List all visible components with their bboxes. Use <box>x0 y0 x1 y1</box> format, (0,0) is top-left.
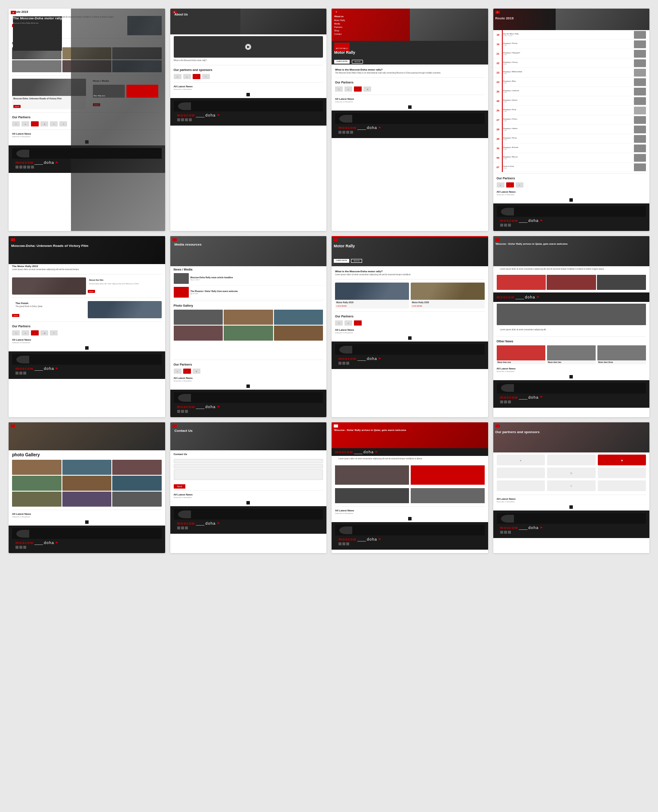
nav-s3[interactable] <box>346 131 349 134</box>
ms3[interactable] <box>185 410 188 413</box>
nv2s3[interactable] <box>346 542 349 545</box>
nav-contact[interactable]: Contact <box>334 33 345 35</box>
nav-s1[interactable] <box>338 131 341 134</box>
nav-logo-d: doha <box>367 126 377 130</box>
arrs2[interactable] <box>504 400 507 403</box>
ms1[interactable] <box>177 410 180 413</box>
about-social-2[interactable] <box>181 118 184 121</box>
cts1[interactable] <box>177 526 180 529</box>
nav-motor-rally[interactable]: Motor Rally <box>334 19 345 22</box>
motor-2019-card[interactable]: Motor Rally 2019 LOOK MORE <box>335 283 409 308</box>
g4[interactable] <box>12 476 61 491</box>
g5[interactable] <box>62 476 112 491</box>
fs3[interactable] <box>23 372 26 375</box>
motor-route-btn[interactable]: ROUTE <box>351 259 362 263</box>
pts3[interactable] <box>508 531 511 534</box>
video-section[interactable]: ▶ <box>174 36 323 58</box>
mts1[interactable] <box>338 362 341 365</box>
gallery-tire <box>12 528 162 539</box>
message-field[interactable] <box>174 469 323 480</box>
social-yt[interactable] <box>27 166 30 169</box>
cts2[interactable] <box>181 526 184 529</box>
g6[interactable] <box>112 476 162 491</box>
social-ig[interactable] <box>23 166 26 169</box>
mrp1: Q <box>335 320 343 326</box>
motor-2020-card[interactable]: Motor Rally 2020 LOOK MORE <box>411 283 485 308</box>
fs2[interactable] <box>19 372 22 375</box>
motor-2020-link[interactable]: LOOK MORE <box>411 305 485 308</box>
nav-shop[interactable]: Shop <box>334 29 345 32</box>
card-media: Media resources News / Media Moscow-Doha… <box>170 236 327 417</box>
mts3[interactable] <box>346 362 349 365</box>
about-hero-title: About Us <box>175 13 188 16</box>
rs2[interactable] <box>504 224 507 227</box>
pts2[interactable] <box>504 531 507 534</box>
news-2 <box>126 85 158 98</box>
g9[interactable] <box>112 492 162 507</box>
film-finish-btn[interactable]: more <box>12 314 19 317</box>
g2[interactable] <box>62 460 112 475</box>
on1[interactable]: News item one <box>497 345 545 364</box>
social-vk[interactable] <box>31 166 34 169</box>
nv2-logo-bar-inner: moscow ____ doha ⚑ <box>335 450 485 454</box>
nv2-footer-inner: moscow ____ doha ⚑ <box>335 535 485 547</box>
nav-hero-bg <box>410 9 488 41</box>
g1[interactable] <box>12 460 61 475</box>
cts3[interactable] <box>185 526 188 529</box>
media-news-sub2: Subscribe to Newsletter <box>170 380 327 383</box>
nav-about-active[interactable]: About us <box>334 15 345 18</box>
nav-s2[interactable] <box>342 131 345 134</box>
nv2s2[interactable] <box>342 542 345 545</box>
motor-social <box>338 362 481 365</box>
gs3[interactable] <box>23 546 26 549</box>
arrs3[interactable] <box>508 400 511 403</box>
social-fb[interactable] <box>15 166 18 169</box>
ms2[interactable] <box>181 410 184 413</box>
on2[interactable]: News item two <box>547 345 596 364</box>
nav-partners[interactable]: Partners <box>334 26 345 28</box>
g8[interactable] <box>62 492 112 507</box>
about-social-3[interactable] <box>185 118 188 121</box>
arr-tire <box>497 383 646 394</box>
partners-logo-f: moscow ____ doha ⚑ <box>500 526 643 530</box>
documentary-btn[interactable]: more <box>13 105 21 108</box>
film-finish-img <box>88 301 162 318</box>
g3[interactable] <box>112 460 162 475</box>
motor-li: ⚑ <box>378 357 381 361</box>
arr-lm2: moscow <box>500 395 518 400</box>
play-button[interactable]: ▶ <box>245 44 251 50</box>
mts2[interactable] <box>342 362 345 365</box>
nav-pagination <box>408 105 412 109</box>
motor-rally-btn-1[interactable]: LEARN MORE <box>334 60 350 64</box>
media-logo-footer: moscow ____ doha ⚑ <box>177 405 320 409</box>
motor-learn-btn[interactable]: LEARN MORE <box>334 259 349 263</box>
timeline-item-27: 27 Stopping in Tehran 1 day <box>493 115 650 125</box>
social-tw[interactable] <box>19 166 22 169</box>
pts1[interactable] <box>500 531 503 534</box>
about-social-1[interactable] <box>177 118 180 121</box>
arr-footer-inner: moscow ____ doha ⚑ <box>497 394 646 405</box>
nv2s1[interactable] <box>338 542 341 545</box>
about-social-4[interactable] <box>189 118 192 121</box>
fs1[interactable] <box>15 372 18 375</box>
gs1[interactable] <box>15 546 18 549</box>
arrs1[interactable] <box>500 400 503 403</box>
film-about-btn[interactable]: more <box>88 290 95 293</box>
rs3[interactable] <box>508 224 511 227</box>
sp2 <box>547 455 596 465</box>
name-field[interactable] <box>174 459 323 463</box>
on3[interactable]: News item three <box>597 345 646 364</box>
rs1[interactable] <box>500 224 503 227</box>
gs2[interactable] <box>19 546 22 549</box>
nav-s4[interactable] <box>350 131 353 134</box>
motor-2019-link[interactable]: LOOK MORE <box>335 305 409 308</box>
nav-media[interactable]: Media <box>334 22 345 25</box>
day-26a-info: Stopping in Qazvin 1 day <box>503 99 633 103</box>
submit-btn[interactable]: Send <box>174 484 186 489</box>
day-28-info: Stopping in Isfahan 1 day <box>503 127 633 131</box>
motor-rally-btn-2[interactable]: ROUTE <box>352 60 363 64</box>
other-news-title: Other News <box>493 338 650 344</box>
email-field[interactable] <box>174 464 323 468</box>
g7[interactable] <box>12 492 61 507</box>
nav-p4: ◉ <box>363 86 371 92</box>
